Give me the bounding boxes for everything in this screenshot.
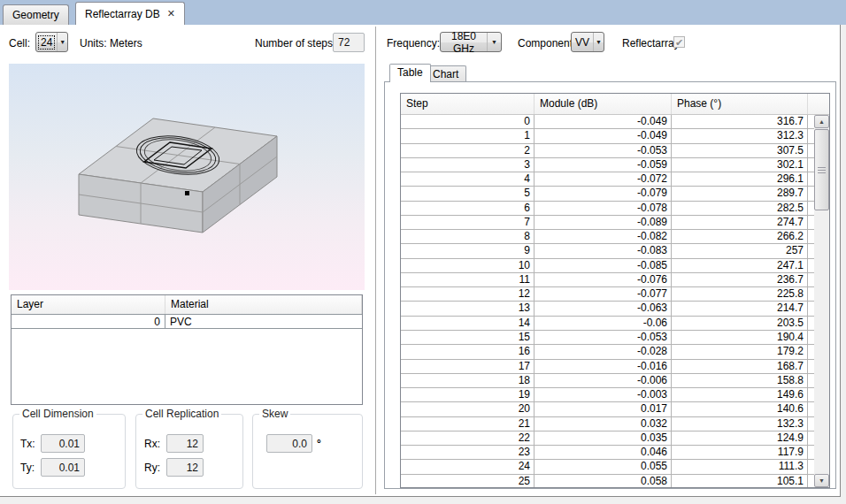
table-row[interactable]: 4-0.072296.1: [401, 172, 814, 187]
table-cell[interactable]: 18: [401, 374, 535, 387]
table-cell[interactable]: 111.3: [672, 460, 808, 473]
phase-column-header[interactable]: Phase (°): [672, 94, 808, 114]
table-row[interactable]: 10-0.085247.1: [401, 259, 814, 273]
table-cell[interactable]: 190.4: [672, 331, 808, 344]
table-cell[interactable]: 15: [401, 331, 535, 344]
table-cell[interactable]: 203.5: [672, 317, 808, 330]
table-cell[interactable]: 266.2: [672, 230, 808, 243]
table-cell[interactable]: 257: [672, 244, 808, 257]
table-row[interactable]: 19-0.003149.6: [401, 388, 814, 402]
table-cell[interactable]: -0.083: [535, 244, 672, 257]
layer-table-row[interactable]: 0 PVC: [12, 314, 362, 329]
table-row[interactable]: 16-0.028179.2: [401, 345, 814, 359]
table-cell[interactable]: -0.072: [535, 172, 672, 186]
vertical-scrollbar[interactable]: ▲ ▼: [814, 115, 829, 487]
table-cell[interactable]: 117.9: [672, 446, 808, 459]
table-cell[interactable]: 20: [401, 402, 535, 416]
table-cell[interactable]: 11: [401, 273, 535, 286]
table-cell[interactable]: 140.6: [672, 402, 808, 416]
table-row[interactable]: 6-0.078282.5: [401, 202, 814, 216]
table-cell[interactable]: 149.6: [672, 388, 808, 401]
tab-reflectarray-db[interactable]: Reflectarray DB ✕: [75, 2, 185, 25]
table-row[interactable]: 11-0.076236.7: [401, 273, 814, 287]
table-cell[interactable]: 0.046: [535, 446, 672, 459]
table-row[interactable]: 13-0.063214.7: [401, 302, 814, 316]
table-row[interactable]: 230.046117.9: [401, 446, 814, 460]
table-row[interactable]: 0-0.049316.7: [401, 115, 814, 129]
table-cell[interactable]: 0.017: [535, 402, 672, 416]
table-cell[interactable]: -0.006: [535, 374, 672, 387]
table-cell[interactable]: 9: [401, 244, 535, 257]
table-cell[interactable]: 17: [401, 360, 535, 373]
table-row[interactable]: 17-0.016168.7: [401, 360, 814, 374]
table-row[interactable]: 2-0.053307.5: [401, 144, 814, 158]
table-cell[interactable]: -0.053: [535, 144, 672, 157]
table-cell[interactable]: 158.8: [672, 374, 808, 387]
table-row[interactable]: 9-0.083257: [401, 244, 814, 258]
table-cell[interactable]: -0.053: [535, 331, 672, 344]
table-cell[interactable]: 16: [401, 345, 535, 358]
table-cell[interactable]: -0.049: [535, 115, 672, 128]
table-row[interactable]: 220.035124.9: [401, 431, 814, 446]
table-cell[interactable]: 3: [401, 158, 535, 172]
table-cell[interactable]: 105.1: [672, 475, 808, 487]
table-cell[interactable]: -0.078: [535, 202, 672, 215]
table-cell[interactable]: -0.06: [535, 317, 672, 330]
material-cell[interactable]: PVC: [165, 315, 362, 328]
table-cell[interactable]: 8: [401, 230, 535, 243]
table-cell[interactable]: 4: [401, 172, 535, 186]
cell-3d-viewport[interactable]: [9, 64, 365, 290]
table-row[interactable]: 7-0.089274.7: [401, 216, 814, 230]
table-cell[interactable]: -0.049: [535, 129, 672, 142]
table-cell[interactable]: -0.085: [535, 259, 672, 272]
table-cell[interactable]: 7: [401, 216, 535, 229]
table-cell[interactable]: 0.032: [535, 417, 672, 431]
layer-column-header[interactable]: Layer: [12, 295, 165, 314]
table-row[interactable]: 200.017140.6: [401, 402, 814, 416]
layer-cell[interactable]: 0: [12, 315, 165, 328]
material-column-header[interactable]: Material: [165, 295, 362, 314]
close-tab-icon[interactable]: ✕: [167, 9, 175, 19]
table-cell[interactable]: 1: [401, 129, 535, 142]
table-cell[interactable]: 168.7: [672, 360, 808, 373]
table-row[interactable]: 18-0.006158.8: [401, 374, 814, 388]
table-cell[interactable]: -0.077: [535, 287, 672, 301]
table-cell[interactable]: 296.1: [672, 172, 808, 186]
component-combobox[interactable]: VV ▼: [571, 32, 604, 52]
table-row[interactable]: 12-0.077225.8: [401, 287, 814, 302]
scroll-up-button[interactable]: ▲: [814, 115, 829, 128]
table-cell[interactable]: -0.076: [535, 273, 672, 286]
frequency-combobox[interactable]: 18E0 GHz ▼: [440, 32, 502, 52]
table-cell[interactable]: 302.1: [672, 158, 808, 172]
table-cell[interactable]: -0.089: [535, 216, 672, 229]
table-cell[interactable]: -0.059: [535, 158, 672, 172]
scroll-down-button[interactable]: ▼: [814, 474, 829, 487]
table-cell[interactable]: 24: [401, 460, 535, 473]
table-row[interactable]: 210.032132.3: [401, 417, 814, 431]
table-cell[interactable]: 0.035: [535, 431, 672, 445]
table-cell[interactable]: 13: [401, 302, 535, 315]
table-cell[interactable]: 5: [401, 187, 535, 200]
panel-splitter[interactable]: [375, 27, 376, 494]
module-column-header[interactable]: Module (dB): [535, 94, 672, 114]
table-cell[interactable]: 21: [401, 417, 535, 431]
table-cell[interactable]: 6: [401, 202, 535, 215]
tab-chart[interactable]: Chart: [425, 65, 466, 82]
table-cell[interactable]: 247.1: [672, 259, 808, 272]
table-cell[interactable]: -0.016: [535, 360, 672, 373]
table-row[interactable]: 240.055111.3: [401, 460, 814, 474]
step-column-header[interactable]: Step: [401, 94, 535, 114]
table-cell[interactable]: 0.058: [535, 475, 672, 487]
cell-combobox[interactable]: 24 ▼: [35, 32, 68, 52]
tab-table[interactable]: Table: [389, 64, 431, 82]
table-cell[interactable]: 19: [401, 388, 535, 401]
table-cell[interactable]: 2: [401, 144, 535, 157]
table-row[interactable]: 250.058105.1: [401, 475, 814, 487]
table-cell[interactable]: -0.082: [535, 230, 672, 243]
table-cell[interactable]: 124.9: [672, 431, 808, 445]
scrollbar-thumb[interactable]: [814, 129, 829, 210]
table-row[interactable]: 1-0.049312.3: [401, 129, 814, 143]
table-cell[interactable]: 307.5: [672, 144, 808, 157]
table-cell[interactable]: 236.7: [672, 273, 808, 286]
table-cell[interactable]: 132.3: [672, 417, 808, 431]
